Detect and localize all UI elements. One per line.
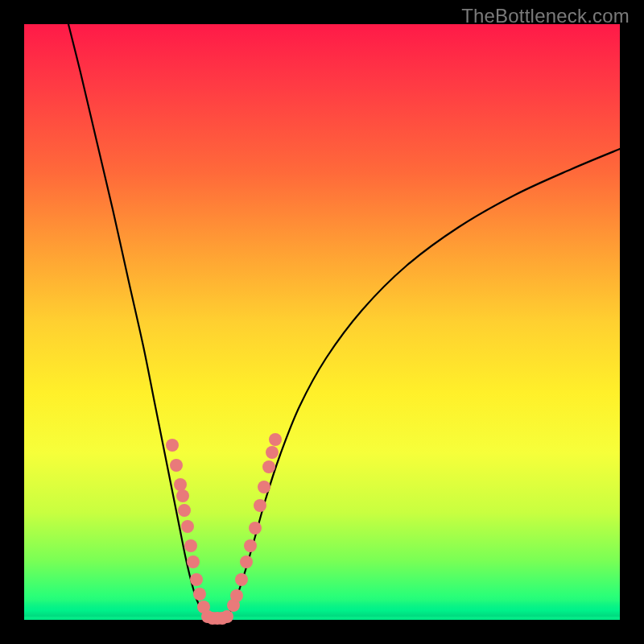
- dot: [181, 520, 194, 533]
- dot: [258, 481, 270, 493]
- dot: [235, 573, 248, 586]
- scatter-dots: [166, 433, 282, 625]
- dot: [174, 478, 187, 491]
- dot: [193, 588, 206, 601]
- dot: [166, 439, 179, 452]
- dot: [266, 446, 279, 459]
- plot-area: [24, 24, 620, 620]
- dot: [170, 459, 183, 472]
- curves-layer: [24, 24, 620, 620]
- dot: [230, 589, 243, 602]
- dot: [187, 555, 200, 568]
- dot: [262, 460, 275, 473]
- v-curve-right: [225, 149, 620, 618]
- dot: [244, 539, 257, 552]
- dot: [240, 555, 253, 568]
- dot: [221, 610, 233, 623]
- chart-frame: TheBottleneck.com: [0, 0, 644, 644]
- dot: [178, 504, 191, 517]
- dot: [254, 499, 266, 512]
- dot: [249, 522, 262, 535]
- dot: [176, 489, 189, 502]
- dot: [269, 433, 282, 446]
- dot: [190, 573, 203, 586]
- dot: [184, 539, 197, 552]
